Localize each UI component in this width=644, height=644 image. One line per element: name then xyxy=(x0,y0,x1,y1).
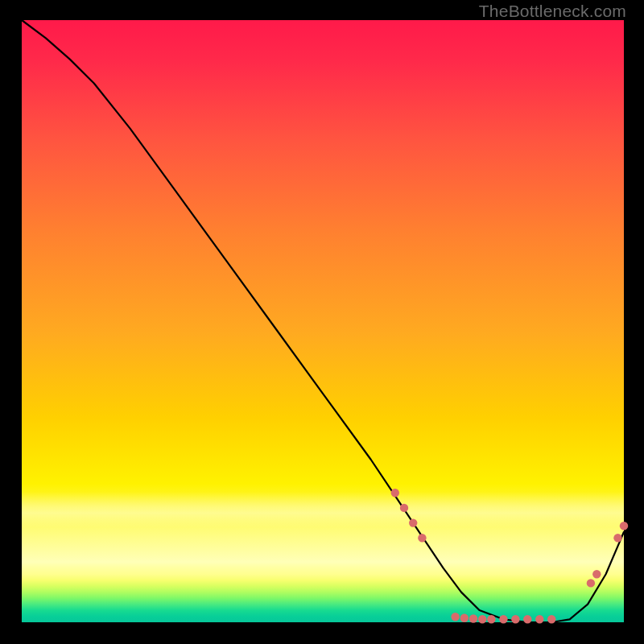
plot-svg xyxy=(22,20,624,622)
data-point xyxy=(478,615,486,623)
data-point xyxy=(620,522,628,530)
data-point xyxy=(592,570,601,578)
data-point xyxy=(523,615,531,623)
data-point xyxy=(391,489,399,497)
data-point xyxy=(469,614,477,622)
data-point xyxy=(535,615,543,623)
data-point xyxy=(587,579,595,587)
data-point xyxy=(418,534,426,542)
data-point xyxy=(451,613,459,621)
data-point xyxy=(613,534,621,542)
data-point xyxy=(400,504,408,512)
data-point xyxy=(499,615,507,623)
data-point xyxy=(409,518,417,526)
data-point xyxy=(487,615,495,623)
data-point xyxy=(460,614,469,622)
data-points-group xyxy=(391,489,629,624)
chart-stage: TheBottleneck.com xyxy=(0,0,644,644)
watermark-text: TheBottleneck.com xyxy=(479,2,626,21)
data-point xyxy=(511,615,519,623)
bottleneck-curve xyxy=(22,20,624,622)
data-point xyxy=(547,615,555,623)
